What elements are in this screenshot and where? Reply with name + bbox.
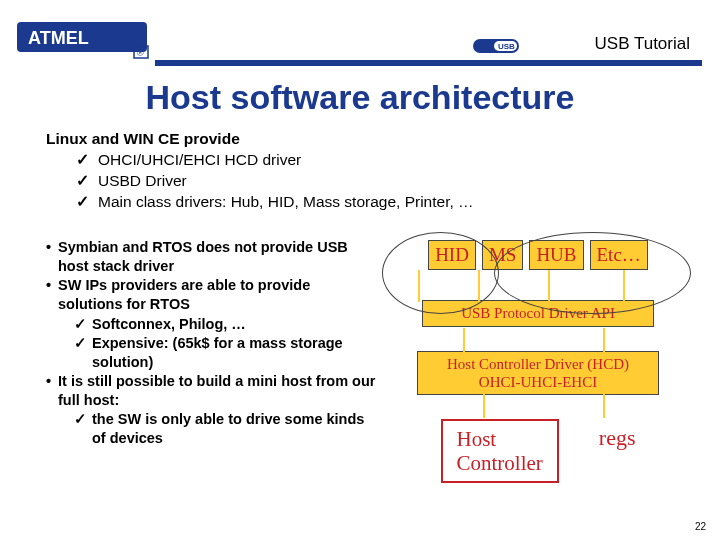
hc-line2: Controller — [457, 451, 543, 475]
list-item: USBD Driver — [76, 171, 690, 192]
svg-text:USB: USB — [498, 42, 515, 51]
header-rule — [155, 60, 702, 66]
atmel-logo: ATMEL ® — [14, 16, 164, 66]
connector — [548, 270, 550, 302]
svg-text:ATMEL: ATMEL — [28, 28, 89, 48]
section1-heading: Linux and WIN CE provide — [46, 130, 690, 148]
connector — [418, 270, 420, 302]
hcd-line1: Host Controller Driver (HCD) — [418, 355, 658, 373]
page-number: 22 — [695, 521, 706, 532]
connector — [623, 270, 625, 302]
connector — [478, 270, 480, 302]
header-title: USB Tutorial — [595, 34, 690, 54]
section1-list: OHCI/UHCI/EHCI HCD driver USBD Driver Ma… — [76, 150, 690, 213]
usb-icon: USB — [472, 36, 520, 56]
architecture-diagram: HID MS HUB Etc… USB Protocol Driver API … — [388, 240, 688, 483]
bullet: Symbian and RTOS does not provide USB ho… — [46, 238, 376, 276]
bullet: It is still possible to build a mini hos… — [46, 372, 376, 410]
sub-item: the SW is only able to drive some kinds … — [74, 410, 376, 448]
sub-item: Softconnex, Philog, … — [74, 315, 376, 334]
connector — [463, 328, 465, 354]
connector — [483, 392, 485, 418]
page-title: Host software architecture — [0, 78, 720, 117]
regs-label: regs — [599, 425, 636, 451]
hc-line1: Host — [457, 427, 543, 451]
connector — [603, 328, 605, 354]
list-item: OHCI/UHCI/EHCI HCD driver — [76, 150, 690, 171]
group-ellipse — [382, 232, 499, 314]
bullet: SW IPs providers are able to provide sol… — [46, 276, 376, 314]
connector — [603, 392, 605, 418]
hcd-line2: OHCI-UHCI-EHCI — [418, 373, 658, 391]
list-item: Main class drivers: Hub, HID, Mass stora… — [76, 192, 690, 213]
left-column: Symbian and RTOS does not provide USB ho… — [46, 238, 376, 448]
host-controller-box: Host Controller — [441, 419, 559, 483]
sub-item: Expensive: (65k$ for a mass storage solu… — [74, 334, 376, 372]
hcd-box: Host Controller Driver (HCD) OHCI-UHCI-E… — [417, 351, 659, 395]
group-ellipse — [494, 232, 691, 314]
svg-text:®: ® — [137, 48, 144, 58]
